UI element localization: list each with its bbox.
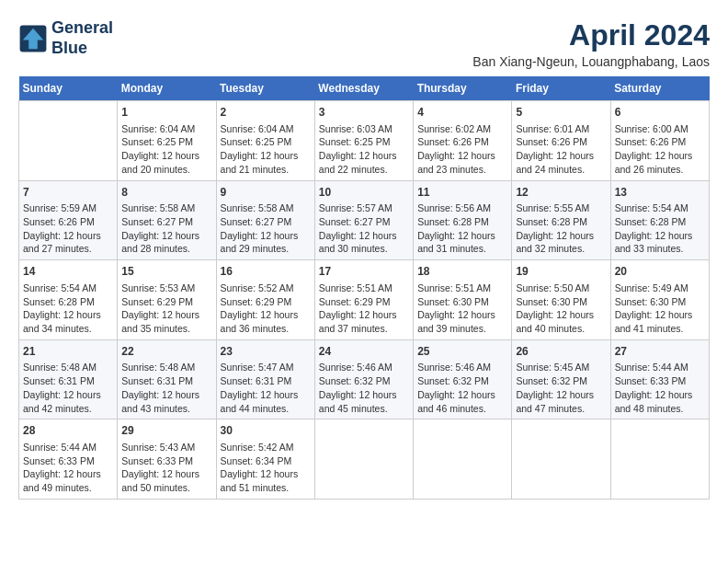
calendar-cell: 9Sunrise: 5:58 AM Sunset: 6:27 PM Daylig…: [216, 180, 314, 260]
calendar-week-1: 1Sunrise: 6:04 AM Sunset: 6:25 PM Daylig…: [19, 101, 710, 181]
day-number: 18: [417, 264, 507, 280]
calendar-cell: 27Sunrise: 5:44 AM Sunset: 6:33 PM Dayli…: [610, 339, 709, 419]
calendar-cell: 30Sunrise: 5:42 AM Sunset: 6:34 PM Dayli…: [216, 419, 314, 500]
day-content: Sunrise: 6:01 AM Sunset: 6:26 PM Dayligh…: [516, 122, 606, 177]
day-header-tuesday: Tuesday: [216, 76, 314, 101]
day-number: 15: [121, 264, 211, 280]
calendar-cell: 19Sunrise: 5:50 AM Sunset: 6:30 PM Dayli…: [512, 260, 610, 340]
day-content: Sunrise: 5:48 AM Sunset: 6:31 PM Dayligh…: [121, 361, 211, 415]
day-number: 1: [121, 105, 211, 121]
calendar-cell: 10Sunrise: 5:57 AM Sunset: 6:27 PM Dayli…: [314, 180, 413, 260]
day-content: Sunrise: 5:51 AM Sunset: 6:30 PM Dayligh…: [417, 282, 507, 336]
calendar-cell: 22Sunrise: 5:48 AM Sunset: 6:31 PM Dayli…: [118, 339, 216, 419]
calendar-cell: [19, 101, 118, 181]
day-content: Sunrise: 6:00 AM Sunset: 6:26 PM Dayligh…: [615, 122, 705, 177]
calendar-cell: 21Sunrise: 5:48 AM Sunset: 6:31 PM Dayli…: [19, 339, 118, 419]
day-number: 22: [121, 344, 211, 360]
day-content: Sunrise: 6:03 AM Sunset: 6:25 PM Dayligh…: [319, 122, 409, 177]
calendar-cell: 17Sunrise: 5:51 AM Sunset: 6:29 PM Dayli…: [314, 260, 413, 340]
calendar-week-5: 28Sunrise: 5:44 AM Sunset: 6:33 PM Dayli…: [19, 419, 710, 500]
logo-text: General Blue: [51, 18, 113, 58]
calendar-cell: 8Sunrise: 5:58 AM Sunset: 6:27 PM Daylig…: [118, 180, 216, 260]
day-content: Sunrise: 5:47 AM Sunset: 6:31 PM Dayligh…: [221, 361, 311, 415]
calendar-cell: 16Sunrise: 5:52 AM Sunset: 6:29 PM Dayli…: [216, 260, 314, 340]
calendar-cell: 13Sunrise: 5:54 AM Sunset: 6:28 PM Dayli…: [610, 180, 709, 260]
day-number: 19: [516, 264, 606, 280]
calendar-cell: [314, 419, 413, 500]
calendar-cell: 29Sunrise: 5:43 AM Sunset: 6:33 PM Dayli…: [118, 419, 216, 500]
calendar-table: SundayMondayTuesdayWednesdayThursdayFrid…: [18, 76, 710, 500]
day-content: Sunrise: 6:04 AM Sunset: 6:25 PM Dayligh…: [121, 122, 211, 177]
day-number: 25: [417, 344, 507, 360]
day-number: 21: [23, 344, 113, 360]
calendar-cell: 26Sunrise: 5:45 AM Sunset: 6:32 PM Dayli…: [512, 339, 610, 419]
day-content: Sunrise: 5:46 AM Sunset: 6:32 PM Dayligh…: [417, 361, 507, 415]
day-content: Sunrise: 5:51 AM Sunset: 6:29 PM Dayligh…: [319, 282, 409, 336]
day-content: Sunrise: 5:48 AM Sunset: 6:31 PM Dayligh…: [23, 361, 113, 415]
day-number: 6: [615, 105, 705, 121]
calendar-cell: 24Sunrise: 5:46 AM Sunset: 6:32 PM Dayli…: [314, 339, 413, 419]
day-header-wednesday: Wednesday: [314, 76, 413, 101]
calendar-cell: [512, 419, 610, 500]
day-content: Sunrise: 5:44 AM Sunset: 6:33 PM Dayligh…: [615, 361, 705, 415]
title-block: April 2024 Ban Xiang-Ngeun, Louangphaban…: [472, 18, 710, 69]
calendar-cell: 4Sunrise: 6:02 AM Sunset: 6:26 PM Daylig…: [414, 101, 512, 181]
day-header-monday: Monday: [118, 76, 216, 101]
day-header-friday: Friday: [512, 76, 610, 101]
calendar-cell: 20Sunrise: 5:49 AM Sunset: 6:30 PM Dayli…: [610, 260, 709, 340]
calendar-cell: 25Sunrise: 5:46 AM Sunset: 6:32 PM Dayli…: [414, 339, 512, 419]
calendar-cell: 12Sunrise: 5:55 AM Sunset: 6:28 PM Dayli…: [512, 180, 610, 260]
day-number: 5: [516, 105, 606, 121]
day-content: Sunrise: 5:44 AM Sunset: 6:33 PM Dayligh…: [23, 441, 113, 495]
day-content: Sunrise: 6:04 AM Sunset: 6:25 PM Dayligh…: [221, 122, 311, 177]
calendar-cell: 23Sunrise: 5:47 AM Sunset: 6:31 PM Dayli…: [216, 339, 314, 419]
day-number: 27: [615, 344, 705, 360]
day-content: Sunrise: 5:58 AM Sunset: 6:27 PM Dayligh…: [221, 201, 311, 256]
day-content: Sunrise: 5:42 AM Sunset: 6:34 PM Dayligh…: [221, 441, 311, 495]
day-header-thursday: Thursday: [414, 76, 512, 101]
month-title: April 2024: [472, 18, 710, 52]
day-number: 17: [319, 264, 409, 280]
calendar-cell: 2Sunrise: 6:04 AM Sunset: 6:25 PM Daylig…: [216, 101, 314, 181]
day-number: 2: [221, 105, 311, 121]
day-content: Sunrise: 5:54 AM Sunset: 6:28 PM Dayligh…: [615, 201, 705, 256]
day-number: 13: [615, 185, 705, 201]
day-number: 16: [221, 264, 311, 280]
day-number: 24: [319, 344, 409, 360]
day-number: 28: [23, 423, 113, 439]
calendar-cell: 7Sunrise: 5:59 AM Sunset: 6:26 PM Daylig…: [19, 180, 118, 260]
calendar-cell: [414, 419, 512, 500]
day-content: Sunrise: 5:46 AM Sunset: 6:32 PM Dayligh…: [319, 361, 409, 415]
day-content: Sunrise: 5:54 AM Sunset: 6:28 PM Dayligh…: [23, 282, 113, 336]
day-header-saturday: Saturday: [610, 76, 709, 101]
calendar-cell: 11Sunrise: 5:56 AM Sunset: 6:28 PM Dayli…: [414, 180, 512, 260]
calendar-cell: 15Sunrise: 5:53 AM Sunset: 6:29 PM Dayli…: [118, 260, 216, 340]
day-number: 10: [319, 185, 409, 201]
day-number: 20: [615, 264, 705, 280]
day-content: Sunrise: 5:57 AM Sunset: 6:27 PM Dayligh…: [319, 201, 409, 256]
day-content: Sunrise: 5:53 AM Sunset: 6:29 PM Dayligh…: [121, 282, 211, 336]
day-content: Sunrise: 5:59 AM Sunset: 6:26 PM Dayligh…: [23, 201, 113, 256]
day-content: Sunrise: 5:56 AM Sunset: 6:28 PM Dayligh…: [417, 201, 507, 256]
calendar-cell: 14Sunrise: 5:54 AM Sunset: 6:28 PM Dayli…: [19, 260, 118, 340]
calendar-cell: 1Sunrise: 6:04 AM Sunset: 6:25 PM Daylig…: [118, 101, 216, 181]
day-number: 14: [23, 264, 113, 280]
calendar-cell: 5Sunrise: 6:01 AM Sunset: 6:26 PM Daylig…: [512, 101, 610, 181]
day-number: 30: [221, 423, 311, 439]
day-number: 11: [417, 185, 507, 201]
day-number: 23: [221, 344, 311, 360]
calendar-cell: 28Sunrise: 5:44 AM Sunset: 6:33 PM Dayli…: [19, 419, 118, 500]
calendar-header-row: SundayMondayTuesdayWednesdayThursdayFrid…: [19, 76, 710, 101]
day-number: 8: [121, 185, 211, 201]
logo-icon: [18, 24, 48, 53]
calendar-body: 1Sunrise: 6:04 AM Sunset: 6:25 PM Daylig…: [19, 101, 710, 500]
calendar-cell: [610, 419, 709, 500]
day-content: Sunrise: 5:52 AM Sunset: 6:29 PM Dayligh…: [221, 282, 311, 336]
calendar-cell: 6Sunrise: 6:00 AM Sunset: 6:26 PM Daylig…: [610, 101, 709, 181]
calendar-cell: 18Sunrise: 5:51 AM Sunset: 6:30 PM Dayli…: [414, 260, 512, 340]
location: Ban Xiang-Ngeun, Louangphabang, Laos: [472, 54, 710, 69]
calendar-week-4: 21Sunrise: 5:48 AM Sunset: 6:31 PM Dayli…: [19, 339, 710, 419]
day-number: 7: [23, 185, 113, 201]
day-number: 9: [221, 185, 311, 201]
day-number: 3: [319, 105, 409, 121]
